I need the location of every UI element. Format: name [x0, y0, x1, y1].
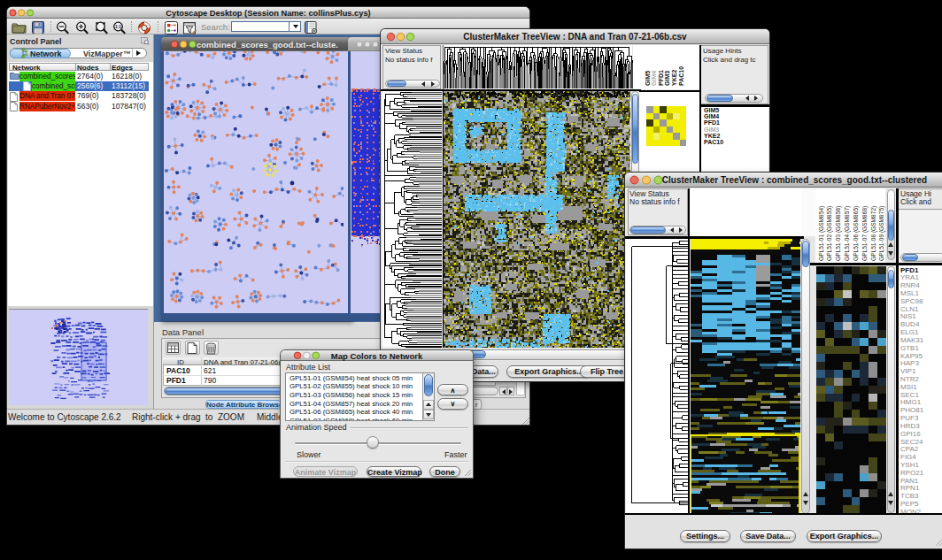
svg-text:1:1: 1:1	[115, 24, 121, 29]
